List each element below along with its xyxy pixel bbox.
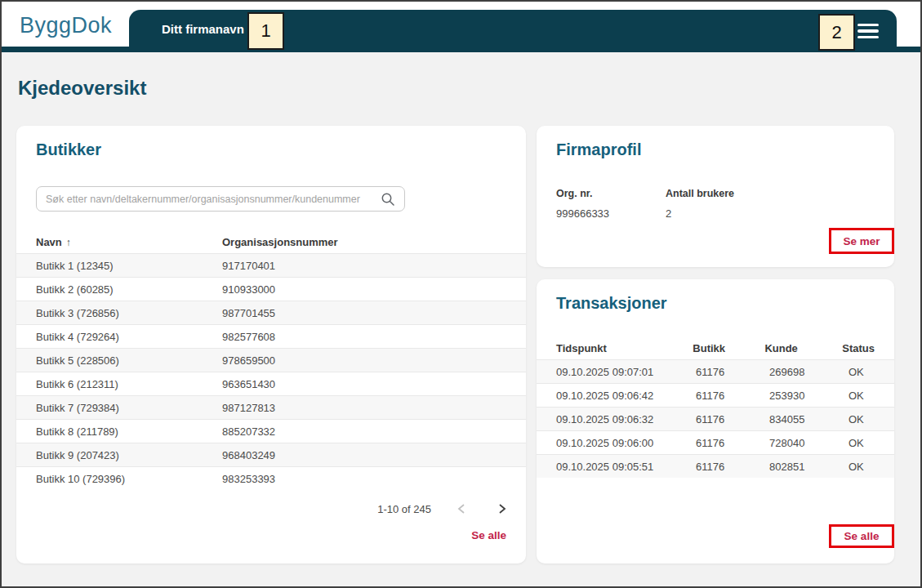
transaksjoner-table-row[interactable]: 09.10.2025 09:05:5161176802851OK (537, 454, 894, 478)
store-orgnr-cell: 978659500 (222, 354, 506, 367)
store-orgnr-cell: 910933000 (222, 283, 506, 296)
pagination-range-label: 1-10 of 245 (377, 503, 431, 515)
company-tab[interactable]: Ditt firmanavn (162, 10, 244, 48)
transaksjoner-table-row[interactable]: 09.10.2025 09:06:0061176728040OK (537, 430, 894, 454)
butikker-table-row[interactable]: Butikk 4 (729264)982577608 (16, 324, 526, 348)
transaksjoner-card-title: Transaksjoner (556, 294, 667, 313)
butikker-card: Butikker Navn↑ Organisasjonsnummer Butik… (16, 126, 526, 564)
transaksjoner-table-row[interactable]: 09.10.2025 09:06:3261176834055OK (537, 407, 894, 430)
transaction-customer-cell: 802851 (769, 461, 849, 473)
store-name-cell: Butikk 9 (207423) (36, 449, 222, 461)
transaction-time-cell: 09.10.2025 09:06:42 (556, 390, 696, 402)
transaction-store-cell: 61176 (696, 366, 769, 378)
column-header-butikk: Butikk (693, 342, 764, 354)
butikker-table-row[interactable]: Butikk 3 (726856)987701455 (16, 301, 526, 324)
transaction-store-cell: 61176 (696, 413, 769, 425)
see-all-highlight-box: Se alle (829, 524, 894, 548)
column-header-kunde: Kunde (764, 342, 842, 354)
column-header-status: Status (842, 342, 875, 354)
app-logo[interactable]: ByggDok (20, 13, 112, 38)
butikker-see-all-link[interactable]: Se alle (471, 529, 506, 541)
column-header-navn[interactable]: Navn↑ (36, 236, 222, 248)
prev-page-button[interactable] (452, 501, 470, 516)
store-orgnr-cell: 963651430 (222, 378, 506, 390)
transaction-store-cell: 61176 (696, 437, 769, 449)
store-name-cell: Butikk 6 (212311) (36, 378, 222, 390)
butikker-table-rows: Butikk 1 (12345)917170401Butikk 2 (60285… (16, 253, 526, 490)
sort-asc-icon: ↑ (66, 237, 71, 248)
column-header-organisasjonsnummer[interactable]: Organisasjonsnummer (222, 236, 506, 248)
butikker-table-row[interactable]: Butikk 1 (12345)917170401 (16, 253, 526, 277)
app-window: ByggDok Ditt firmanavn 1 2 Kjedeoversikt… (0, 0, 922, 588)
store-orgnr-cell: 885207332 (222, 425, 506, 438)
transaction-customer-cell: 834055 (769, 413, 849, 425)
orgnr-value: 999666333 (556, 207, 609, 220)
store-orgnr-cell: 968403249 (222, 449, 506, 461)
store-name-cell: Butikk 2 (60285) (36, 283, 222, 296)
transaction-status-cell: OK (849, 366, 875, 378)
store-name-cell: Butikk 10 (729396) (36, 473, 222, 485)
transaction-status-cell: OK (849, 437, 875, 449)
store-search-input[interactable] (37, 194, 381, 205)
transaction-customer-cell: 269698 (769, 366, 849, 378)
store-name-cell: Butikk 1 (12345) (36, 260, 222, 272)
pagination: 1-10 of 245 (16, 500, 526, 518)
store-orgnr-cell: 917170401 (222, 260, 506, 272)
store-name-cell: Butikk 5 (228506) (36, 354, 222, 367)
transaksjoner-table-row[interactable]: 09.10.2025 09:06:4261176253930OK (537, 383, 894, 407)
butikker-table-row[interactable]: Butikk 9 (207423)968403249 (16, 443, 526, 466)
store-name-cell: Butikk 8 (211789) (36, 425, 222, 438)
transaction-status-cell: OK (849, 390, 875, 402)
butikker-card-title: Butikker (36, 140, 101, 159)
store-name-cell: Butikk 7 (729384) (36, 402, 222, 414)
transaction-store-cell: 61176 (696, 461, 769, 473)
top-navbar: Ditt firmanavn (129, 10, 897, 51)
transaksjoner-table-header: Tidspunkt Butikk Kunde Status (537, 336, 894, 359)
transaction-customer-cell: 728040 (769, 437, 849, 449)
next-page-button[interactable] (493, 501, 511, 516)
store-search (36, 186, 405, 212)
butikker-table-row[interactable]: Butikk 7 (729384)987127813 (16, 395, 526, 419)
transaksjoner-table: Tidspunkt Butikk Kunde Status 09.10.2025… (537, 336, 894, 478)
annotation-marker-1: 1 (247, 12, 284, 50)
store-orgnr-cell: 982577608 (222, 331, 506, 343)
transaksjoner-card: Transaksjoner Tidspunkt Butikk Kunde Sta… (537, 279, 894, 564)
firmaprofil-card: Firmaprofil Org. nr. Antall brukere 9996… (537, 126, 894, 267)
transaction-status-cell: OK (849, 413, 875, 425)
transaction-time-cell: 09.10.2025 09:06:00 (556, 437, 696, 449)
store-orgnr-cell: 987701455 (222, 307, 506, 319)
transaksjoner-table-rows: 09.10.2025 09:07:0161176269698OK09.10.20… (537, 359, 894, 478)
butikker-table-row[interactable]: Butikk 6 (212311)963651430 (16, 372, 526, 395)
firmaprofil-see-more-link[interactable]: Se mer (843, 235, 880, 247)
header: ByggDok Ditt firmanavn (2, 2, 920, 47)
butikker-table-row[interactable]: Butikk 2 (60285)910933000 (16, 277, 526, 301)
butikker-table-row[interactable]: Butikk 5 (228506)978659500 (16, 348, 526, 372)
butikker-table: Navn↑ Organisasjonsnummer Butikk 1 (1234… (16, 230, 526, 490)
header-divider-strip (2, 47, 920, 52)
transaction-time-cell: 09.10.2025 09:06:32 (556, 413, 696, 425)
transaction-status-cell: OK (849, 461, 875, 473)
transaction-store-cell: 61176 (696, 390, 769, 402)
users-count-value: 2 (666, 207, 671, 220)
search-icon[interactable] (381, 192, 404, 207)
transaction-time-cell: 09.10.2025 09:05:51 (556, 461, 696, 473)
transaction-time-cell: 09.10.2025 09:07:01 (556, 366, 696, 378)
store-name-cell: Butikk 4 (729264) (36, 331, 222, 343)
page-title: Kjedeoversikt (18, 77, 146, 100)
hamburger-menu-icon[interactable] (857, 24, 879, 38)
see-more-highlight-box: Se mer (829, 228, 894, 254)
transaksjoner-see-all-link[interactable]: Se alle (844, 530, 880, 542)
store-orgnr-cell: 983253393 (222, 473, 506, 485)
transaksjoner-table-row[interactable]: 09.10.2025 09:07:0161176269698OK (537, 359, 894, 383)
store-name-cell: Butikk 3 (726856) (36, 307, 222, 319)
butikker-table-row[interactable]: Butikk 8 (211789)885207332 (16, 419, 526, 443)
butikker-table-header: Navn↑ Organisasjonsnummer (16, 230, 526, 253)
users-count-label: Antall brukere (666, 188, 734, 199)
column-header-tidspunkt: Tidspunkt (556, 342, 693, 354)
butikker-table-row[interactable]: Butikk 10 (729396)983253393 (16, 466, 526, 490)
store-orgnr-cell: 987127813 (222, 402, 506, 414)
firmaprofil-card-title: Firmaprofil (556, 140, 641, 159)
orgnr-label: Org. nr. (556, 188, 592, 199)
transaction-customer-cell: 253930 (769, 390, 849, 402)
annotation-marker-2: 2 (818, 14, 855, 51)
